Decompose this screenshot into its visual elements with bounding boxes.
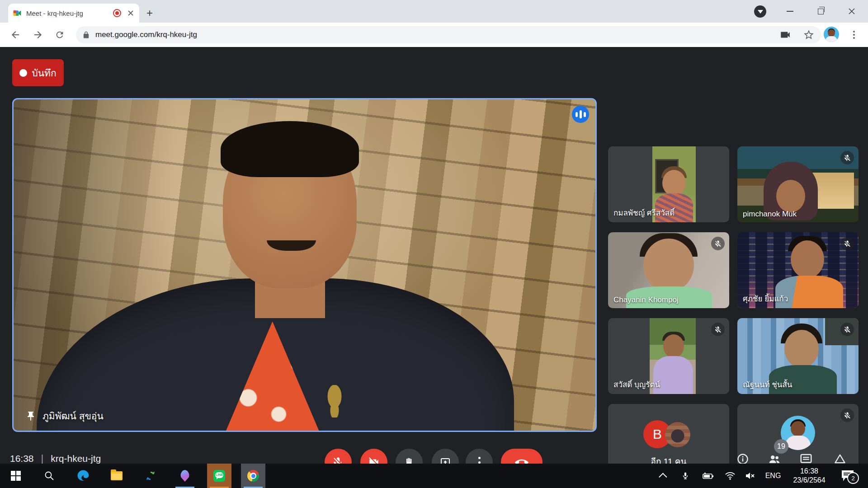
participant-name: pimchanok Muk	[743, 210, 797, 219]
window-close-button[interactable]	[844, 5, 859, 18]
battery-charging-icon	[702, 471, 714, 480]
windows-taskbar: LINE	[0, 464, 868, 488]
pin-icon	[25, 411, 36, 422]
meeting-info-bar: 16:38 | krq-hkeu-jtg	[10, 453, 101, 465]
tray-show-hidden-button[interactable]	[655, 464, 673, 488]
windows-logo-icon	[11, 471, 21, 481]
mic-muted-badge	[840, 323, 854, 336]
taskbar-chrome-button[interactable]	[241, 464, 265, 488]
meeting-clock: 16:38	[10, 453, 34, 464]
avatar-body	[826, 36, 837, 42]
participant-tile-kamonpat[interactable]: กมลพัชญ์ ศรีสวัสดิ์	[608, 146, 729, 222]
avatar-photo	[665, 422, 690, 447]
wifi-icon	[725, 471, 736, 480]
sync-arrows-icon	[144, 469, 157, 482]
tray-date: 23/6/2564	[793, 476, 825, 485]
avatar-face	[828, 29, 835, 37]
meeting-code: krq-hkeu-jtg	[51, 453, 101, 464]
divider: |	[41, 453, 44, 465]
notification-icon: 2	[842, 470, 854, 481]
mic-muted-badge	[711, 323, 725, 336]
record-dot-icon	[19, 69, 27, 77]
pinned-speaker-video[interactable]: ภูมิพัฒน์ สุขอุ่น	[12, 98, 597, 432]
browser-tab[interactable]: Meet - krq-hkeu-jtg	[8, 4, 139, 23]
address-bar[interactable]: meet.google.com/krq-hkeu-jtg	[76, 26, 821, 43]
tab-title: Meet - krq-hkeu-jtg	[26, 9, 113, 17]
window-minimize-button[interactable]	[782, 5, 797, 18]
tray-volume-indicator[interactable]	[741, 464, 760, 488]
avatar-body	[785, 436, 811, 450]
tab-close-icon[interactable]	[127, 9, 135, 17]
participant-name: สวัสดิ์ บุญรัตน์	[613, 378, 660, 390]
chevron-down-icon	[758, 10, 763, 14]
url-text: meet.google.com/krq-hkeu-jtg	[95, 30, 779, 39]
recording-button[interactable]: บันทึก	[12, 59, 64, 86]
participant-tile-natthanon[interactable]: ณัฐนนท์ ชุ่นสั้น	[737, 318, 859, 394]
participant-tile-sawat[interactable]: สวัสดิ์ บุญรัตน์	[608, 318, 729, 394]
participant-tile-chayanin[interactable]: Chayanin Khompoj	[608, 232, 729, 308]
mic-muted-badge	[840, 237, 854, 250]
audio-activity-icon	[572, 106, 589, 123]
browser-menu-button[interactable]	[850, 29, 858, 41]
face	[784, 330, 819, 368]
mic-off-icon	[844, 240, 851, 248]
speaker-muted-icon	[745, 471, 755, 480]
participant-tile-supachai[interactable]: ศุภชัย ยิ้มแก้ว	[737, 232, 859, 308]
back-button[interactable]	[9, 28, 22, 41]
start-button[interactable]	[4, 464, 28, 488]
tray-language-switcher[interactable]: ENG	[762, 464, 784, 488]
forward-button[interactable]	[32, 28, 44, 41]
taskbar-explorer-button[interactable]	[104, 464, 129, 488]
file-explorer-icon	[111, 471, 123, 480]
taskbar-search-button[interactable]	[37, 464, 61, 488]
chrome-icon	[247, 470, 259, 482]
pinned-name: ภูมิพัฒน์ สุขอุ่น	[42, 408, 104, 423]
search-icon	[44, 470, 55, 481]
meet-content: บันทึก ภูมิพัฒน์ สุขอุ่น	[0, 47, 868, 488]
lock-icon	[82, 31, 90, 39]
line-app-icon: LINE	[213, 470, 225, 482]
participant-count-badge: 19	[774, 439, 788, 454]
tray-wifi-indicator[interactable]	[721, 464, 740, 488]
tray-microphone-indicator[interactable]	[676, 464, 694, 488]
taskbar-sync-app-button[interactable]	[138, 464, 163, 488]
taskbar-edge-button[interactable]	[71, 464, 95, 488]
tray-clock[interactable]: 16:38 23/6/2564	[786, 464, 833, 488]
tab-search-button[interactable]	[754, 5, 766, 18]
mic-muted-badge	[840, 151, 854, 164]
tab-recording-indicator-icon	[113, 9, 121, 17]
camera-in-use-icon[interactable]	[779, 29, 791, 41]
profile-avatar[interactable]	[824, 27, 839, 42]
microphone-icon	[681, 471, 690, 480]
mic-off-icon	[714, 240, 722, 248]
bookmark-star-icon[interactable]	[803, 29, 815, 41]
speaker-hair	[221, 121, 359, 178]
face	[662, 170, 686, 196]
map-pin-icon	[180, 470, 189, 482]
mic-off-icon	[844, 412, 851, 419]
participant-name: ณัฐนนท์ ชุ่นสั้น	[743, 378, 792, 390]
mic-off-icon	[844, 154, 851, 162]
close-icon	[848, 8, 855, 15]
mic-muted-badge	[840, 408, 854, 422]
taskbar-maps-app-button[interactable]	[173, 464, 197, 488]
face	[643, 239, 694, 292]
participant-tile-pimchanok[interactable]: pimchanok Muk	[737, 146, 859, 222]
google-meet-favicon	[13, 9, 22, 18]
mic-muted-badge	[711, 237, 725, 250]
record-label: บันทึก	[32, 66, 56, 80]
participant-name: ศุภชัย ยิ้มแก้ว	[743, 292, 788, 305]
new-tab-button[interactable]: +	[143, 6, 156, 20]
jacket-crest	[322, 385, 347, 418]
taskbar-line-button[interactable]: LINE	[207, 464, 231, 488]
notification-count-badge: 2	[847, 472, 859, 484]
browser-tab-strip: Meet - krq-hkeu-jtg +	[0, 0, 868, 23]
refresh-button[interactable]	[53, 28, 66, 41]
chevron-up-icon	[659, 473, 667, 481]
window-restore-button[interactable]	[813, 5, 828, 18]
avatar-face	[791, 421, 805, 436]
participant-name: กมลพัชญ์ ศรีสวัสดิ์	[613, 206, 675, 219]
tray-battery-indicator[interactable]	[698, 464, 718, 488]
tray-time: 16:38	[793, 467, 825, 476]
action-center-button[interactable]: 2	[837, 464, 858, 488]
